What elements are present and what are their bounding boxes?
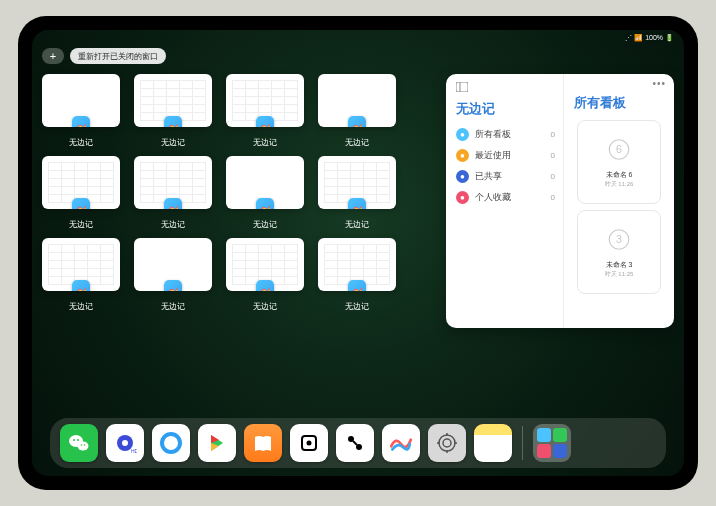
dock-notes-icon[interactable]: [474, 424, 512, 462]
window-thumbnail[interactable]: 无边记: [42, 156, 120, 230]
dock-dice-icon[interactable]: [290, 424, 328, 462]
list-label: 已共享: [475, 170, 502, 183]
thumb-label: 无边记: [345, 219, 369, 230]
dock-recent-apps[interactable]: [533, 424, 571, 462]
sidebar-item[interactable]: ●所有看板0: [456, 124, 555, 145]
thumb-label: 无边记: [69, 301, 93, 312]
list-count: 0: [551, 193, 555, 202]
dock-books-icon[interactable]: [244, 424, 282, 462]
svg-rect-0: [456, 82, 468, 92]
svg-point-7: [78, 442, 89, 451]
window-thumbnail[interactable]: 无边记: [134, 156, 212, 230]
work-area: 无边记无边记无边记无边记无边记无边记无边记无边记无边记无边记无边记无边记 •••…: [32, 68, 684, 476]
window-thumbnail[interactable]: 无边记: [134, 238, 212, 312]
window-thumbnail[interactable]: 无边记: [318, 156, 396, 230]
panel-title-right: 所有看板: [574, 94, 664, 112]
list-label: 个人收藏: [475, 191, 511, 204]
thumb-label: 无边记: [345, 137, 369, 148]
thumb-preview: [134, 74, 212, 127]
thumb-preview: [318, 156, 396, 209]
dock: HD: [50, 418, 666, 468]
dock-settings-icon[interactable]: [428, 424, 466, 462]
dock-qqbrowser-icon[interactable]: [152, 424, 190, 462]
reopen-label: 重新打开已关闭的窗口: [78, 51, 158, 62]
thumb-label: 无边记: [253, 137, 277, 148]
freeform-app-icon: [348, 280, 366, 291]
panel-sidebar: 无边记 ●所有看板0●最近使用0●已共享0●个人收藏0: [446, 74, 564, 328]
dock-freeform-icon[interactable]: [382, 424, 420, 462]
board-name: 未命名 6昨天 11:26: [605, 170, 634, 189]
status-right: ⋰ 📶 100% 🔋: [625, 34, 674, 42]
panel-main: 所有看板 6未命名 6昨天 11:263未命名 3昨天 11:25: [564, 74, 674, 328]
dock-wechat-icon[interactable]: [60, 424, 98, 462]
list-icon: ●: [456, 128, 469, 141]
sidebar-item[interactable]: ●个人收藏0: [456, 187, 555, 208]
freeform-app-icon: [72, 198, 90, 209]
window-thumbnail[interactable]: 无边记: [318, 238, 396, 312]
svg-text:3: 3: [616, 233, 622, 245]
list-icon: ●: [456, 170, 469, 183]
sidebar-item[interactable]: ●已共享0: [456, 166, 555, 187]
svg-point-13: [122, 440, 128, 446]
reopen-closed-window-pill[interactable]: 重新打开已关闭的窗口: [70, 48, 166, 64]
sidebar-toggle-icon[interactable]: [456, 82, 555, 92]
thumb-label: 无边记: [69, 137, 93, 148]
window-thumbnail[interactable]: 无边记: [226, 156, 304, 230]
freeform-app-icon: [164, 116, 182, 127]
window-thumbnail-grid: 无边记无边记无边记无边记无边记无边记无边记无边记无边记无边记无边记无边记: [42, 74, 396, 472]
window-thumbnail[interactable]: 无边记: [134, 74, 212, 148]
svg-point-22: [443, 439, 451, 447]
screen: ⋰ 📶 100% 🔋 + 重新打开已关闭的窗口 无边记无边记无边记无边记无边记无…: [32, 30, 684, 476]
freeform-app-icon: [348, 116, 366, 127]
freeform-app-icon: [72, 116, 90, 127]
board-card[interactable]: 6未命名 6昨天 11:26: [577, 120, 661, 204]
list-icon: ●: [456, 149, 469, 162]
thumb-preview: [318, 74, 396, 127]
dock-separator: [522, 426, 523, 460]
thumb-preview: [134, 238, 212, 291]
freeform-app-icon: [256, 116, 274, 127]
ipad-frame: ⋰ 📶 100% 🔋 + 重新打开已关闭的窗口 无边记无边记无边记无边记无边记无…: [18, 16, 698, 490]
status-bar: ⋰ 📶 100% 🔋: [32, 30, 684, 44]
freeform-app-icon: [256, 280, 274, 291]
thumb-label: 无边记: [161, 219, 185, 230]
list-count: 0: [551, 130, 555, 139]
thumb-preview: [226, 156, 304, 209]
svg-point-10: [81, 444, 83, 446]
svg-point-9: [77, 439, 79, 441]
thumb-label: 无边记: [161, 301, 185, 312]
more-icon[interactable]: •••: [652, 78, 666, 89]
dock-play-icon[interactable]: [198, 424, 236, 462]
thumb-preview: [226, 238, 304, 291]
thumb-label: 无边记: [161, 137, 185, 148]
freeform-panel[interactable]: ••• 无边记 ●所有看板0●最近使用0●已共享0●个人收藏0 所有看板 6未命…: [446, 74, 674, 328]
window-thumbnail[interactable]: 无边记: [42, 74, 120, 148]
svg-point-17: [307, 441, 312, 446]
dock-connect-icon[interactable]: [336, 424, 374, 462]
freeform-app-icon: [348, 198, 366, 209]
freeform-app-icon: [256, 198, 274, 209]
dock-quark-icon[interactable]: HD: [106, 424, 144, 462]
freeform-app-icon: [164, 198, 182, 209]
board-thumb: 6: [604, 136, 634, 166]
window-thumbnail[interactable]: 无边记: [318, 74, 396, 148]
svg-point-8: [73, 439, 75, 441]
window-thumbnail[interactable]: 无边记: [226, 238, 304, 312]
thumb-label: 无边记: [253, 301, 277, 312]
board-thumb: 3: [604, 226, 634, 256]
thumb-label: 无边记: [253, 219, 277, 230]
svg-text:HD: HD: [131, 448, 137, 454]
list-icon: ●: [456, 191, 469, 204]
board-name: 未命名 3昨天 11:25: [605, 260, 634, 279]
list-label: 最近使用: [475, 149, 511, 162]
window-thumbnail[interactable]: 无边记: [42, 238, 120, 312]
top-controls: + 重新打开已关闭的窗口: [32, 44, 684, 68]
sidebar-item[interactable]: ●最近使用0: [456, 145, 555, 166]
window-thumbnail[interactable]: 无边记: [226, 74, 304, 148]
thumb-label: 无边记: [69, 219, 93, 230]
board-card[interactable]: 3未命名 3昨天 11:25: [577, 210, 661, 294]
thumb-preview: [42, 238, 120, 291]
new-window-button[interactable]: +: [42, 48, 64, 64]
list-count: 0: [551, 172, 555, 181]
freeform-app-icon: [72, 280, 90, 291]
